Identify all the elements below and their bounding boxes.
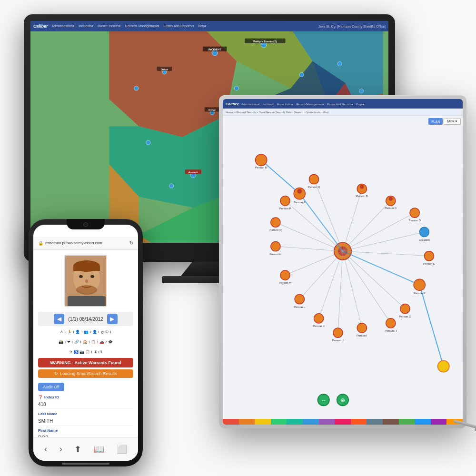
bookmarks-btn[interactable]: 📖 [94,444,104,455]
breadcrumb-text: Home > Record Search > Data Person Searc… [226,111,328,114]
svg-text:Person I: Person I [357,334,367,337]
svg-point-48 [234,86,238,90]
monitor-nav-master[interactable]: Master Indices▾ [98,24,121,28]
svg-text:Multiple Events (2): Multiple Events (2) [253,40,277,43]
color-tab-5[interactable] [303,419,319,425]
svg-text:Person N: Person N [269,253,281,256]
svg-point-49 [299,72,304,77]
icon-heart: ❤1 [67,340,73,344]
reload-icon[interactable]: ↻ [129,240,133,246]
svg-text:↔: ↔ [321,397,327,404]
tablet: Caliber Administrator▾ Incident▾ Mater I… [219,95,466,428]
monitor-user-info: Jake St. Cyr [Harrison County Sheriff's … [318,25,386,28]
index-id-label: ❓ Index ID [38,395,133,399]
share-btn[interactable]: ⬆ [74,444,81,455]
help-icon[interactable]: ❓ [38,395,43,399]
back-btn[interactable]: ‹ [44,444,47,454]
phone-toolbar: ‹ › ⬆ 📖 ⬜ [33,437,138,461]
icon-row-2: 📸2 ❤1 🔗1 🏠1 📋1 🚗2 🎓 [33,336,138,346]
svg-point-50 [337,62,342,66]
phone-home-indicator [62,463,109,465]
svg-text:Person D: Person D [409,219,421,222]
color-tab-2[interactable] [255,419,271,425]
svg-point-103 [314,314,324,323]
audit-off-btn[interactable]: Audit Off [38,383,64,391]
tablet-nav-master[interactable]: Mater Index▾ [277,102,293,106]
icon-person2: 👤1 [92,330,100,334]
svg-point-129 [90,275,94,278]
last-name-label: Last Name [38,412,133,416]
monitor-nav-admin[interactable]: Administration▾ [52,24,75,28]
svg-point-79 [297,189,302,194]
monitor-nav-records[interactable]: Records Management▾ [125,24,159,28]
svg-point-91 [424,251,434,261]
svg-point-45 [134,86,139,90]
color-tab-7[interactable] [335,419,351,425]
tablet-breadcrumb: Home > Record Search > Data Person Searc… [223,109,463,116]
tablet-nav-forms[interactable]: Forms And Reports▾ [327,102,353,106]
svg-point-47 [169,184,174,188]
monitor-nav-forms[interactable]: Forms And Reports▾ [163,24,194,28]
color-tab-9[interactable] [367,419,383,425]
icon-accessible: ♿ [74,350,79,354]
icon-person: 👤1 [75,330,83,334]
last-name-group: Last Name SMITH [38,412,133,426]
tablet-nav-admin[interactable]: Administrator▾ [241,102,259,106]
tabs-btn[interactable]: ⬜ [117,444,127,455]
tablet-navbar: Caliber Administrator▾ Incident▾ Mater I… [223,99,463,109]
color-tab-4[interactable] [287,419,303,425]
svg-point-131 [76,285,97,295]
phone-notch [67,219,105,229]
color-tabs-bar [223,419,463,425]
color-tab-0[interactable] [223,419,239,425]
warning-banner: WARNING - Active Warrants Found [38,358,133,367]
color-tab-13[interactable] [431,419,447,425]
tablet-graph-area: PLAN Menu▾ [223,116,463,425]
phone-frame: 🔒 rmsdemo.public-safety-cloud.com ↻ [29,219,143,466]
mugshot-area [33,250,138,312]
icon-car: 🚗2 [99,340,107,344]
svg-text:Person K: Person K [313,325,325,327]
svg-text:⊕: ⊕ [340,397,345,404]
icon-circle2: ①1 [94,350,100,354]
url-text[interactable]: rmsdemo.public-safety-cloud.com [45,241,128,245]
tablet-nav-records[interactable]: Record Management▾ [296,102,324,106]
icon-at: @ [100,330,104,334]
svg-text:Person F: Person F [414,292,426,295]
svg-point-82 [360,185,364,189]
icon-home: 🏠1 [83,340,90,344]
color-tab-12[interactable] [415,419,431,425]
svg-text:Person C: Person C [385,207,397,209]
forward-btn[interactable]: › [60,444,62,454]
svg-point-87 [410,208,419,218]
svg-text:Person L: Person L [294,306,306,308]
color-tab-11[interactable] [399,419,415,425]
svg-text:Location: Location [419,238,430,241]
color-tab-10[interactable] [383,419,399,425]
monitor-logo: Caliber [33,24,48,29]
phone-content: ◀ (1/1) 08/14/2012 ▶ ⚠1 🏃1 👤1 👥2 👤1 @ ①1 [33,250,138,437]
tablet-nav-incident[interactable]: Incident▾ [262,102,274,106]
svg-point-101 [333,328,343,337]
svg-point-89 [419,227,429,237]
svg-text:Other: Other [208,109,216,111]
color-tab-6[interactable] [319,419,335,425]
plan-btn[interactable]: PLAN [428,118,443,125]
color-tab-3[interactable] [271,419,287,425]
svg-point-113 [280,196,290,206]
menu-btn[interactable]: Menu▾ [444,118,461,125]
color-tab-1[interactable] [239,419,255,425]
prev-record-btn[interactable]: ◀ [54,314,64,324]
monitor-nav-incidents[interactable]: Incidents▾ [79,24,94,28]
svg-point-109 [271,242,280,251]
index-id-value: 418 [38,400,133,409]
last-name-value: SMITH [38,417,133,426]
monitor-nav-help[interactable]: Help▾ [198,24,207,28]
next-record-btn[interactable]: ▶ [107,314,118,324]
svg-point-107 [280,270,290,280]
svg-point-115 [309,174,318,184]
mugshot-image [64,255,107,307]
icon-photo: 📷 [79,350,84,354]
color-tab-8[interactable] [351,419,367,425]
tablet-nav-page[interactable]: Page▾ [356,102,364,106]
